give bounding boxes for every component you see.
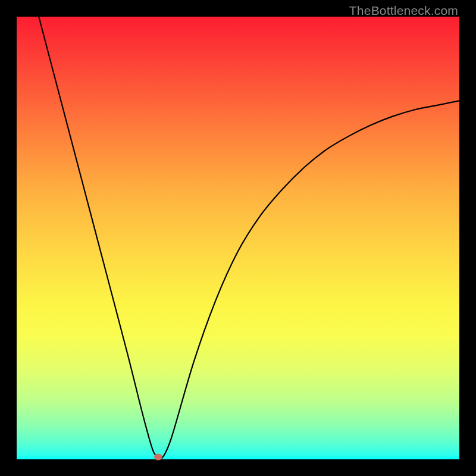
- chart-frame: TheBottleneck.com: [0, 0, 476, 476]
- watermark-text: TheBottleneck.com: [349, 4, 458, 18]
- optimal-point-marker: [154, 454, 162, 461]
- curve-svg: [17, 17, 459, 459]
- plot-area: [17, 17, 459, 459]
- bottleneck-curve-path: [39, 17, 459, 459]
